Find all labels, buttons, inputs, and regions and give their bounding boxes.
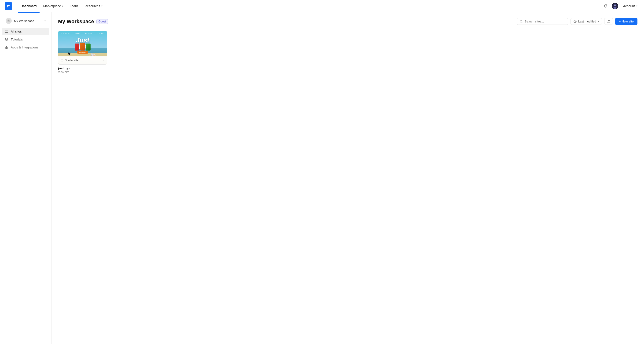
account-chevron-icon: ▾ bbox=[636, 5, 638, 7]
tutorials-icon bbox=[5, 38, 8, 41]
sites-grid: OUR STORY SHOP RECIPES CONTACT JustMix O… bbox=[58, 31, 638, 74]
page-title: My Workspace bbox=[58, 18, 94, 24]
resources-chevron-icon: ▾ bbox=[101, 5, 102, 7]
svg-rect-9 bbox=[7, 46, 8, 47]
guest-badge: Guest bbox=[96, 19, 108, 24]
workspace-chevron-icon: ▾ bbox=[44, 20, 46, 22]
order-now-button: Order now bbox=[77, 51, 88, 54]
svg-point-2 bbox=[614, 4, 616, 6]
browser-icon bbox=[5, 30, 8, 33]
svg-rect-8 bbox=[5, 46, 6, 47]
sort-label: Last modified bbox=[578, 20, 596, 23]
sidebar-nav: All sites Tutorials bbox=[0, 28, 51, 51]
sidebar-item-apps-integrations[interactable]: Apps & Integrations bbox=[2, 44, 50, 51]
svg-rect-11 bbox=[7, 48, 8, 49]
svg-rect-0 bbox=[5, 2, 12, 10]
svg-point-3 bbox=[613, 7, 616, 9]
can-green bbox=[86, 44, 90, 50]
main-title-area: My Workspace Guest bbox=[58, 18, 108, 24]
svg-line-13 bbox=[522, 22, 522, 22]
search-input[interactable] bbox=[525, 20, 565, 23]
main-actions: Last modified ▾ + New site bbox=[517, 18, 638, 25]
topnav-dashboard[interactable]: Dashboard bbox=[18, 3, 40, 9]
starter-plan-label: Starter site bbox=[65, 59, 78, 62]
sidebar-item-tutorials[interactable]: Tutorials bbox=[2, 36, 50, 43]
topnav-learn[interactable]: Learn bbox=[67, 3, 81, 9]
user-avatar bbox=[612, 3, 618, 9]
main-header: My Workspace Guest Last modified bbox=[58, 18, 638, 25]
starter-plan-icon bbox=[60, 59, 64, 62]
folder-button[interactable] bbox=[604, 18, 613, 25]
apps-icon bbox=[5, 46, 8, 49]
notifications-button[interactable] bbox=[602, 3, 609, 9]
sidebar-item-apps-label: Apps & Integrations bbox=[11, 46, 38, 49]
user-avatar-icon bbox=[612, 3, 618, 9]
beach-nav-bar: OUR STORY SHOP RECIPES CONTACT bbox=[58, 32, 107, 34]
can-orange bbox=[80, 42, 85, 50]
folder-icon bbox=[607, 20, 610, 23]
new-site-label: + New site bbox=[619, 20, 634, 23]
topnav-resources[interactable]: Resources ▾ bbox=[82, 3, 105, 9]
sidebar-item-all-sites-label: All sites bbox=[11, 30, 22, 33]
main-layout: W My Workspace ▾ All sites bbox=[0, 12, 644, 344]
svg-rect-10 bbox=[5, 48, 6, 49]
clock-icon bbox=[574, 20, 576, 23]
workspace-name: My Workspace bbox=[14, 19, 42, 23]
top-navigation: Dashboard Marketplace ▾ Learn Resources … bbox=[0, 0, 644, 12]
site-card-justmyx[interactable]: OUR STORY SHOP RECIPES CONTACT JustMix O… bbox=[58, 31, 107, 74]
svg-rect-6 bbox=[5, 30, 8, 32]
account-button[interactable]: Account ▾ bbox=[621, 3, 639, 9]
site-name: justmyx bbox=[58, 66, 107, 70]
topnav-links: Dashboard Marketplace ▾ Learn Resources … bbox=[18, 3, 597, 9]
account-label: Account bbox=[623, 4, 635, 8]
can-red bbox=[75, 44, 79, 50]
search-icon bbox=[520, 20, 523, 23]
webflow-logo[interactable] bbox=[5, 2, 12, 10]
bell-icon bbox=[604, 4, 608, 8]
topnav-marketplace[interactable]: Marketplace ▾ bbox=[40, 3, 66, 9]
search-box[interactable] bbox=[517, 18, 568, 25]
workspace-logo-icon: W bbox=[7, 19, 10, 22]
site-card-footer: Starter site ··· bbox=[58, 56, 107, 64]
site-view-link[interactable]: View site bbox=[58, 70, 107, 74]
new-site-button[interactable]: + New site bbox=[615, 18, 638, 25]
topnav-right: Account ▾ bbox=[602, 3, 639, 9]
svg-text:W: W bbox=[8, 20, 9, 22]
main-content: My Workspace Guest Last modified bbox=[52, 12, 644, 344]
marketplace-chevron-icon: ▾ bbox=[62, 5, 63, 7]
sort-chevron-icon: ▾ bbox=[598, 20, 599, 23]
svg-point-12 bbox=[520, 20, 522, 22]
sidebar: W My Workspace ▾ All sites bbox=[0, 12, 52, 344]
sort-button[interactable]: Last modified ▾ bbox=[570, 18, 602, 25]
site-thumbnail-justmyx: OUR STORY SHOP RECIPES CONTACT JustMix O… bbox=[58, 31, 107, 64]
sidebar-item-tutorials-label: Tutorials bbox=[11, 38, 23, 41]
sidebar-item-all-sites[interactable]: All sites bbox=[2, 28, 50, 35]
workspace-icon: W bbox=[6, 18, 12, 24]
starter-badge-area: Starter site bbox=[60, 59, 78, 62]
product-cans bbox=[75, 42, 90, 50]
workspace-selector[interactable]: W My Workspace ▾ bbox=[2, 16, 50, 26]
site-more-options-button[interactable]: ··· bbox=[100, 58, 104, 63]
